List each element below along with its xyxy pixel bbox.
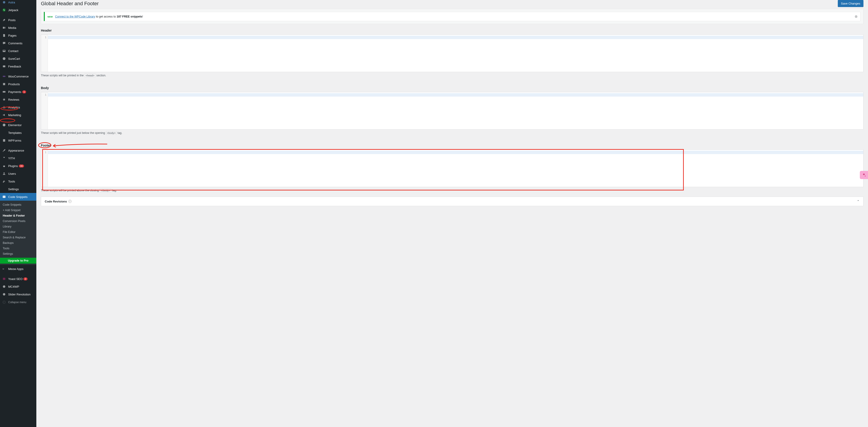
sidebar-item-posts[interactable]: Posts — [0, 16, 36, 24]
svg-text:M: M — [2, 268, 4, 270]
sidebar-item-reviews[interactable]: Reviews — [0, 96, 36, 103]
sidebar-item-plugins[interactable]: Plugins 16 — [0, 162, 36, 170]
sidebar-item-label: Astra — [8, 1, 15, 4]
sidebar-item-label: Posts — [8, 19, 16, 22]
sidebar-item-marketing[interactable]: Marketing — [0, 111, 36, 119]
sidebar-item-woocommerce[interactable]: WooCommerce — [0, 72, 36, 80]
sidebar-item-label: Yoast SEO — [8, 277, 23, 281]
body-tag-code: <body> — [106, 131, 117, 135]
submenu-code-snippets[interactable]: Code Snippets — [0, 202, 36, 208]
main-content: Global Header and Footer Save Changes NE… — [36, 0, 868, 427]
sidebar-item-surecart[interactable]: SureCart — [0, 55, 36, 62]
sidebar-item-wpforms[interactable]: WPForms — [0, 136, 36, 144]
sidebar-item-label: Jetpack — [8, 8, 19, 12]
collapse-menu[interactable]: Collapse menu — [0, 298, 36, 306]
sidebar-item-label: Reviews — [8, 98, 19, 101]
help-icon[interactable]: ? — [68, 200, 71, 203]
star-icon — [2, 97, 6, 102]
submenu-search-replace[interactable]: Search & Replace — [0, 235, 36, 240]
sidebar-item-label: Products — [8, 83, 20, 86]
collapse-icon — [2, 300, 6, 305]
sidebar-item-settings[interactable]: Settings — [0, 185, 36, 193]
submenu-tools[interactable]: Tools — [0, 246, 36, 251]
plugin-icon — [2, 163, 6, 168]
comment-icon — [2, 41, 6, 45]
sidebar-item-label: Pages — [8, 34, 17, 37]
sidebar-item-pages[interactable]: Pages — [0, 32, 36, 39]
woo-icon — [2, 74, 6, 79]
submenu-conversion-pixels[interactable]: Conversion Pixels — [0, 218, 36, 224]
svg-rect-3 — [3, 65, 5, 67]
sidebar-item-tools[interactable]: Tools — [0, 178, 36, 185]
submenu-backups[interactable]: Backups — [0, 240, 36, 246]
sidebar-item-label: Contact — [8, 49, 19, 53]
sidebar-item-label: Comments — [8, 41, 23, 45]
footer-gutter: 1 — [41, 150, 48, 187]
yoast-badge: 2 — [23, 277, 28, 280]
sidebar-item-mc4wp[interactable]: MC4WP — [0, 283, 36, 291]
page-title: Global Header and Footer — [41, 1, 99, 7]
svg-rect-12 — [3, 278, 5, 280]
sidebar-item-label: Code Snippets — [8, 195, 28, 199]
sidebar-item-code-snippets[interactable]: Code Snippets — [0, 193, 36, 201]
sidebar-item-elementor[interactable]: Elementor — [0, 121, 36, 129]
mc4wp-icon — [2, 284, 6, 289]
sidebar-item-label: Feedback — [8, 65, 21, 68]
sidebar-item-appearance[interactable]: Appearance — [0, 147, 36, 154]
floating-help-button[interactable] — [860, 171, 868, 179]
sidebar-item-users[interactable]: Users — [0, 170, 36, 178]
payments-badge: 1 — [22, 90, 26, 93]
submenu-settings[interactable]: Settings — [0, 251, 36, 256]
header-code-area[interactable] — [48, 35, 863, 72]
wpforms-icon — [2, 138, 6, 143]
sidebar-item-label: MC4WP — [8, 285, 19, 288]
plugins-badge: 16 — [19, 164, 24, 167]
slider-icon — [2, 292, 6, 297]
svg-rect-5 — [3, 83, 5, 85]
footer-section: Footer 1 These scripts will be printed a… — [41, 139, 864, 196]
elementor-icon — [2, 123, 6, 127]
sidebar-item-jetpack[interactable]: Jetpack — [0, 6, 36, 14]
sidebar-item-payments[interactable]: Payments 1 — [0, 88, 36, 96]
sidebar-item-yoast[interactable]: Yoast SEO 2 — [0, 275, 36, 283]
pin-icon — [2, 18, 6, 22]
accordion-title: Code Revisions ? — [45, 200, 71, 203]
chevron-up-icon[interactable]: ⌃ — [857, 200, 860, 203]
close-notice-icon[interactable]: ⊗ — [855, 14, 858, 19]
brush-icon — [2, 148, 6, 153]
svg-point-2 — [3, 57, 5, 60]
sidebar-item-feedback[interactable]: Feedback — [0, 62, 36, 70]
submenu-header-footer[interactable]: Header & Footer — [0, 213, 36, 218]
submenu-library[interactable]: Library — [0, 224, 36, 229]
submenu-add-snippet[interactable]: + Add Snippet — [0, 208, 36, 213]
sidebar-item-analytics[interactable]: Analytics — [0, 103, 36, 111]
footer-code-editor[interactable]: 1 — [41, 150, 864, 187]
sidebar-item-templates[interactable]: Templates — [0, 129, 36, 136]
sidebar-item-label: Tools — [8, 180, 15, 183]
submenu-upgrade-pro[interactable]: Upgrade to Pro — [0, 258, 36, 264]
connect-library-link[interactable]: Connect to the WPCode Library — [55, 15, 95, 18]
submenu-file-editor[interactable]: File Editor — [0, 229, 36, 235]
sidebar-item-label: YITH — [8, 157, 15, 160]
mail-icon — [2, 49, 6, 53]
body-gutter: 1 — [41, 92, 48, 129]
sidebar-item-astra[interactable]: Astra — [0, 0, 36, 6]
header-code-editor[interactable]: 1 — [41, 34, 864, 72]
templates-icon — [2, 130, 6, 135]
save-changes-button[interactable]: Save Changes — [838, 0, 864, 7]
body-code-editor[interactable]: 1 — [41, 92, 864, 129]
code-revisions-accordion[interactable]: Code Revisions ? ⌃ — [41, 196, 864, 206]
sidebar-item-meow-apps[interactable]: M Meow Apps — [0, 265, 36, 273]
sidebar-item-products[interactable]: Products — [0, 80, 36, 88]
sidebar-item-media[interactable]: Media — [0, 24, 36, 32]
footer-code-area[interactable] — [48, 150, 863, 187]
svg-rect-8 — [3, 139, 5, 142]
sidebar-item-contact[interactable]: Contact — [0, 47, 36, 55]
sidebar-item-slider-revolution[interactable]: Slider Revolution — [0, 291, 36, 298]
svg-point-14 — [3, 293, 5, 296]
sidebar-item-yith[interactable]: YITH — [0, 154, 36, 162]
body-code-area[interactable] — [48, 92, 863, 129]
sidebar-item-label: Analytics — [8, 106, 20, 109]
sidebar-item-comments[interactable]: Comments — [0, 39, 36, 47]
footer-help-text: These scripts will be printed above the … — [41, 187, 864, 192]
